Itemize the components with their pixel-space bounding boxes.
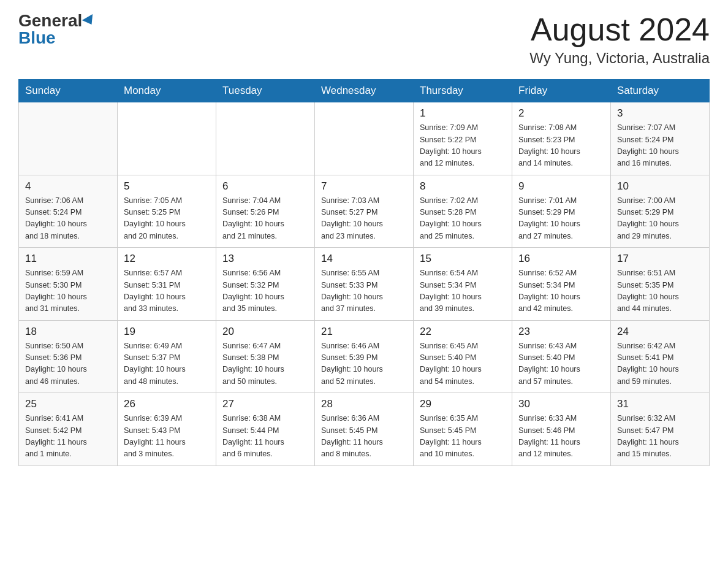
calendar-cell: 5Sunrise: 7:05 AM Sunset: 5:25 PM Daylig… — [118, 175, 216, 248]
day-number: 21 — [321, 326, 407, 338]
day-info: Sunrise: 6:41 AM Sunset: 5:42 PM Dayligh… — [25, 413, 111, 461]
day-number: 19 — [124, 326, 210, 338]
calendar-cell: 29Sunrise: 6:35 AM Sunset: 5:45 PM Dayli… — [414, 393, 512, 466]
logo-blue-text: Blue — [18, 29, 56, 47]
day-info: Sunrise: 7:01 AM Sunset: 5:29 PM Dayligh… — [518, 195, 604, 243]
calendar-cell: 7Sunrise: 7:03 AM Sunset: 5:27 PM Daylig… — [315, 175, 414, 248]
day-number: 25 — [25, 398, 111, 410]
day-number: 16 — [518, 253, 604, 265]
calendar-week-2: 4Sunrise: 7:06 AM Sunset: 5:24 PM Daylig… — [19, 175, 710, 248]
day-number: 13 — [222, 253, 308, 265]
day-number: 1 — [420, 107, 506, 120]
day-of-week-monday: Monday — [118, 80, 216, 102]
day-info: Sunrise: 6:45 AM Sunset: 5:40 PM Dayligh… — [420, 340, 506, 388]
day-number: 22 — [420, 326, 506, 338]
calendar-cell: 3Sunrise: 7:07 AM Sunset: 5:24 PM Daylig… — [611, 102, 710, 175]
day-info: Sunrise: 7:00 AM Sunset: 5:29 PM Dayligh… — [617, 195, 703, 243]
day-number: 5 — [124, 180, 210, 193]
day-number: 8 — [420, 180, 506, 193]
day-info: Sunrise: 6:39 AM Sunset: 5:43 PM Dayligh… — [124, 413, 210, 461]
day-number: 17 — [617, 253, 703, 265]
calendar-cell — [216, 102, 315, 175]
day-info: Sunrise: 7:03 AM Sunset: 5:27 PM Dayligh… — [321, 195, 407, 243]
day-number: 23 — [518, 326, 604, 338]
day-info: Sunrise: 6:42 AM Sunset: 5:41 PM Dayligh… — [617, 340, 703, 388]
calendar-cell: 26Sunrise: 6:39 AM Sunset: 5:43 PM Dayli… — [118, 393, 216, 466]
calendar-table: SundayMondayTuesdayWednesdayThursdayFrid… — [18, 79, 710, 466]
day-number: 10 — [617, 180, 703, 193]
day-of-week-sunday: Sunday — [19, 80, 118, 102]
day-info: Sunrise: 6:46 AM Sunset: 5:39 PM Dayligh… — [321, 340, 407, 388]
logo-general-text: General — [18, 12, 82, 29]
calendar-cell: 1Sunrise: 7:09 AM Sunset: 5:22 PM Daylig… — [414, 102, 512, 175]
calendar-cell: 6Sunrise: 7:04 AM Sunset: 5:26 PM Daylig… — [216, 175, 315, 248]
day-number: 2 — [518, 107, 604, 120]
title-block: August 2024 Wy Yung, Victoria, Australia — [529, 12, 710, 67]
calendar-cell — [118, 102, 216, 175]
day-info: Sunrise: 7:02 AM Sunset: 5:28 PM Dayligh… — [420, 195, 506, 243]
day-number: 24 — [617, 326, 703, 338]
day-info: Sunrise: 6:50 AM Sunset: 5:36 PM Dayligh… — [25, 340, 111, 388]
day-number: 20 — [222, 326, 308, 338]
day-number: 4 — [25, 180, 111, 193]
day-number: 26 — [124, 398, 210, 410]
day-info: Sunrise: 6:52 AM Sunset: 5:34 PM Dayligh… — [518, 267, 604, 315]
calendar-cell: 2Sunrise: 7:08 AM Sunset: 5:23 PM Daylig… — [512, 102, 611, 175]
month-title: August 2024 — [529, 12, 710, 47]
calendar-cell: 8Sunrise: 7:02 AM Sunset: 5:28 PM Daylig… — [414, 175, 512, 248]
calendar-cell: 28Sunrise: 6:36 AM Sunset: 5:45 PM Dayli… — [315, 393, 414, 466]
day-info: Sunrise: 6:35 AM Sunset: 5:45 PM Dayligh… — [420, 413, 506, 461]
calendar-cell: 14Sunrise: 6:55 AM Sunset: 5:33 PM Dayli… — [315, 248, 414, 321]
calendar-cell: 9Sunrise: 7:01 AM Sunset: 5:29 PM Daylig… — [512, 175, 611, 248]
calendar-cell: 30Sunrise: 6:33 AM Sunset: 5:46 PM Dayli… — [512, 393, 611, 466]
calendar-cell: 18Sunrise: 6:50 AM Sunset: 5:36 PM Dayli… — [19, 320, 118, 393]
calendar-cell: 10Sunrise: 7:00 AM Sunset: 5:29 PM Dayli… — [611, 175, 710, 248]
day-info: Sunrise: 6:33 AM Sunset: 5:46 PM Dayligh… — [518, 413, 604, 461]
day-of-week-tuesday: Tuesday — [216, 80, 315, 102]
day-info: Sunrise: 6:55 AM Sunset: 5:33 PM Dayligh… — [321, 267, 407, 315]
day-number: 29 — [420, 398, 506, 410]
day-number: 30 — [518, 398, 604, 410]
day-info: Sunrise: 7:08 AM Sunset: 5:23 PM Dayligh… — [518, 122, 604, 170]
calendar-week-3: 11Sunrise: 6:59 AM Sunset: 5:30 PM Dayli… — [19, 248, 710, 321]
day-info: Sunrise: 6:38 AM Sunset: 5:44 PM Dayligh… — [222, 413, 308, 461]
logo-arrow-icon — [82, 14, 97, 28]
day-number: 18 — [25, 326, 111, 338]
day-number: 27 — [222, 398, 308, 410]
calendar-cell: 22Sunrise: 6:45 AM Sunset: 5:40 PM Dayli… — [414, 320, 512, 393]
day-info: Sunrise: 6:56 AM Sunset: 5:32 PM Dayligh… — [222, 267, 308, 315]
day-number: 15 — [420, 253, 506, 265]
calendar-cell — [315, 102, 414, 175]
calendar-cell: 17Sunrise: 6:51 AM Sunset: 5:35 PM Dayli… — [611, 248, 710, 321]
calendar-cell: 24Sunrise: 6:42 AM Sunset: 5:41 PM Dayli… — [611, 320, 710, 393]
day-of-week-wednesday: Wednesday — [315, 80, 414, 102]
day-number: 6 — [222, 180, 308, 193]
calendar-week-1: 1Sunrise: 7:09 AM Sunset: 5:22 PM Daylig… — [19, 102, 710, 175]
day-info: Sunrise: 7:09 AM Sunset: 5:22 PM Dayligh… — [420, 122, 506, 170]
calendar-cell: 11Sunrise: 6:59 AM Sunset: 5:30 PM Dayli… — [19, 248, 118, 321]
day-info: Sunrise: 7:05 AM Sunset: 5:25 PM Dayligh… — [124, 195, 210, 243]
day-info: Sunrise: 7:06 AM Sunset: 5:24 PM Dayligh… — [25, 195, 111, 243]
day-info: Sunrise: 7:04 AM Sunset: 5:26 PM Dayligh… — [222, 195, 308, 243]
calendar-cell: 25Sunrise: 6:41 AM Sunset: 5:42 PM Dayli… — [19, 393, 118, 466]
calendar-cell: 16Sunrise: 6:52 AM Sunset: 5:34 PM Dayli… — [512, 248, 611, 321]
calendar-week-5: 25Sunrise: 6:41 AM Sunset: 5:42 PM Dayli… — [19, 393, 710, 466]
day-info: Sunrise: 6:51 AM Sunset: 5:35 PM Dayligh… — [617, 267, 703, 315]
calendar-cell: 31Sunrise: 6:32 AM Sunset: 5:47 PM Dayli… — [611, 393, 710, 466]
day-number: 7 — [321, 180, 407, 193]
calendar-cell — [19, 102, 118, 175]
day-info: Sunrise: 6:49 AM Sunset: 5:37 PM Dayligh… — [124, 340, 210, 388]
day-info: Sunrise: 6:57 AM Sunset: 5:31 PM Dayligh… — [124, 267, 210, 315]
day-info: Sunrise: 6:54 AM Sunset: 5:34 PM Dayligh… — [420, 267, 506, 315]
day-number: 9 — [518, 180, 604, 193]
calendar-cell: 12Sunrise: 6:57 AM Sunset: 5:31 PM Dayli… — [118, 248, 216, 321]
day-of-week-friday: Friday — [512, 80, 611, 102]
calendar-cell: 23Sunrise: 6:43 AM Sunset: 5:40 PM Dayli… — [512, 320, 611, 393]
calendar-header-row: SundayMondayTuesdayWednesdayThursdayFrid… — [19, 80, 710, 102]
day-info: Sunrise: 7:07 AM Sunset: 5:24 PM Dayligh… — [617, 122, 703, 170]
calendar-cell: 19Sunrise: 6:49 AM Sunset: 5:37 PM Dayli… — [118, 320, 216, 393]
day-number: 14 — [321, 253, 407, 265]
day-info: Sunrise: 6:47 AM Sunset: 5:38 PM Dayligh… — [222, 340, 308, 388]
day-number: 3 — [617, 107, 703, 120]
day-number: 28 — [321, 398, 407, 410]
